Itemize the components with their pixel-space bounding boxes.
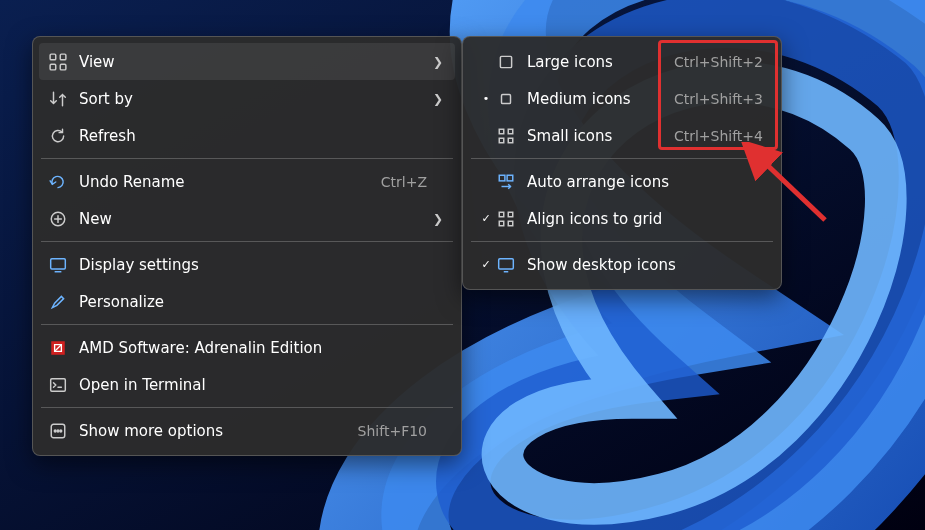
- check-indicator: ✓: [477, 258, 495, 271]
- submenu-item-shortcut: Ctrl+Shift+2: [674, 54, 763, 70]
- menu-item-shortcut: Ctrl+Z: [381, 174, 427, 190]
- svg-point-10: [54, 430, 56, 432]
- refresh-icon: [47, 125, 69, 147]
- menu-item-label: Sort by: [79, 90, 427, 108]
- chevron-right-icon: ❯: [427, 212, 443, 226]
- menu-item-sort-by[interactable]: Sort by ❯: [39, 80, 455, 117]
- menu-item-label: View: [79, 53, 427, 71]
- svg-rect-3: [50, 64, 56, 70]
- grid-icon: [47, 51, 69, 73]
- chevron-right-icon: ❯: [427, 55, 443, 69]
- menu-item-label: New: [79, 210, 427, 228]
- bullet-indicator: •: [477, 92, 495, 105]
- svg-rect-1: [50, 54, 56, 60]
- plus-circle-icon: [47, 208, 69, 230]
- submenu-item-medium-icons[interactable]: • Medium icons Ctrl+Shift+3: [469, 80, 775, 117]
- menu-item-display-settings[interactable]: Display settings: [39, 246, 455, 283]
- large-icons-icon: [495, 51, 517, 73]
- svg-rect-16: [508, 129, 513, 134]
- submenu-item-shortcut: Ctrl+Shift+4: [674, 128, 763, 144]
- context-menu: View ❯ Sort by ❯ Refresh Undo Rename Ctr…: [32, 36, 462, 456]
- submenu-item-label: Auto arrange icons: [527, 173, 763, 191]
- submenu-item-label: Align icons to grid: [527, 210, 763, 228]
- svg-rect-22: [508, 212, 513, 217]
- svg-rect-21: [499, 212, 504, 217]
- auto-arrange-icon: [495, 171, 517, 193]
- submenu-item-auto-arrange[interactable]: Auto arrange icons: [469, 163, 775, 200]
- paintbrush-icon: [47, 291, 69, 313]
- menu-item-label: Personalize: [79, 293, 427, 311]
- menu-separator: [471, 158, 773, 159]
- amd-logo-icon: [47, 337, 69, 359]
- menu-separator: [41, 241, 453, 242]
- submenu-item-label: Medium icons: [527, 90, 664, 108]
- svg-point-11: [57, 430, 59, 432]
- svg-rect-14: [502, 94, 511, 103]
- view-submenu: Large icons Ctrl+Shift+2 • Medium icons …: [462, 36, 782, 290]
- sort-icon: [47, 88, 69, 110]
- svg-rect-8: [51, 378, 66, 390]
- menu-item-label: Show more options: [79, 422, 348, 440]
- menu-separator: [41, 407, 453, 408]
- check-indicator: ✓: [477, 212, 495, 225]
- submenu-item-label: Large icons: [527, 53, 664, 71]
- desktop-icon: [495, 254, 517, 276]
- menu-item-refresh[interactable]: Refresh: [39, 117, 455, 154]
- menu-item-label: AMD Software: Adrenalin Edition: [79, 339, 427, 357]
- submenu-item-shortcut: Ctrl+Shift+3: [674, 91, 763, 107]
- submenu-item-label: Small icons: [527, 127, 664, 145]
- menu-item-label: Refresh: [79, 127, 427, 145]
- svg-rect-17: [499, 138, 504, 143]
- align-grid-icon: [495, 208, 517, 230]
- menu-item-view[interactable]: View ❯: [39, 43, 455, 80]
- svg-rect-13: [500, 56, 511, 67]
- submenu-item-label: Show desktop icons: [527, 256, 763, 274]
- submenu-item-show-desktop-icons[interactable]: ✓ Show desktop icons: [469, 246, 775, 283]
- svg-rect-2: [60, 54, 66, 60]
- submenu-item-small-icons[interactable]: Small icons Ctrl+Shift+4: [469, 117, 775, 154]
- svg-rect-19: [499, 175, 505, 181]
- undo-icon: [47, 171, 69, 193]
- svg-rect-24: [508, 221, 513, 226]
- menu-item-label: Open in Terminal: [79, 376, 427, 394]
- svg-rect-15: [499, 129, 504, 134]
- svg-rect-20: [507, 175, 513, 181]
- submenu-item-align-to-grid[interactable]: ✓ Align icons to grid: [469, 200, 775, 237]
- menu-item-label: Display settings: [79, 256, 427, 274]
- submenu-item-large-icons[interactable]: Large icons Ctrl+Shift+2: [469, 43, 775, 80]
- svg-rect-6: [51, 258, 66, 268]
- menu-separator: [471, 241, 773, 242]
- menu-item-personalize[interactable]: Personalize: [39, 283, 455, 320]
- chevron-right-icon: ❯: [427, 92, 443, 106]
- monitor-icon: [47, 254, 69, 276]
- more-options-icon: [47, 420, 69, 442]
- menu-item-undo-rename[interactable]: Undo Rename Ctrl+Z: [39, 163, 455, 200]
- svg-rect-23: [499, 221, 504, 226]
- menu-separator: [41, 324, 453, 325]
- menu-item-label: Undo Rename: [79, 173, 371, 191]
- svg-point-12: [60, 430, 62, 432]
- medium-icons-icon: [495, 88, 517, 110]
- menu-separator: [41, 158, 453, 159]
- menu-item-shortcut: Shift+F10: [358, 423, 427, 439]
- menu-item-new[interactable]: New ❯: [39, 200, 455, 237]
- menu-item-amd-software[interactable]: AMD Software: Adrenalin Edition: [39, 329, 455, 366]
- svg-rect-18: [508, 138, 513, 143]
- svg-rect-25: [499, 258, 514, 268]
- small-icons-icon: [495, 125, 517, 147]
- svg-rect-4: [60, 64, 66, 70]
- menu-item-show-more-options[interactable]: Show more options Shift+F10: [39, 412, 455, 449]
- menu-item-open-terminal[interactable]: Open in Terminal: [39, 366, 455, 403]
- terminal-icon: [47, 374, 69, 396]
